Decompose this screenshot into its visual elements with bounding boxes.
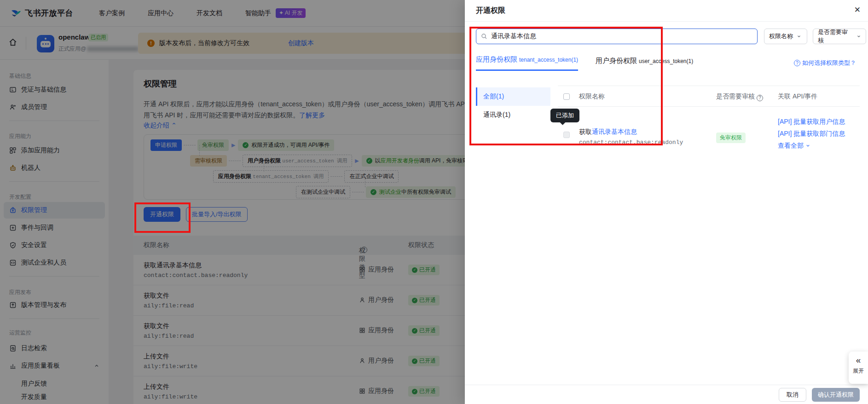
divider bbox=[465, 21, 868, 22]
permission-name: 获取通讯录基本信息 bbox=[579, 128, 637, 136]
permission-drawer: 开通权限 ✕ 权限名称 是否需要审核 应用身份权限tenant_access_t… bbox=[465, 0, 868, 404]
tab-tenant-access[interactable]: 应用身份权限tenant_access_token(1) bbox=[476, 55, 578, 71]
chevron-down-icon bbox=[856, 34, 861, 39]
tab-user-access[interactable]: 用户身份权限user_access_token(1) bbox=[596, 57, 693, 71]
select-all-checkbox[interactable] bbox=[563, 93, 570, 100]
category-contact[interactable]: 通讯录(1) bbox=[476, 106, 550, 124]
search-icon bbox=[480, 33, 488, 40]
cancel-button[interactable]: 取消 bbox=[779, 388, 806, 402]
help-permission-type-link[interactable]: ? 如何选择权限类型？ bbox=[794, 59, 856, 67]
expand-panel-button[interactable]: « 展开 bbox=[849, 352, 868, 384]
col-need-audit: 是否需要审核? bbox=[716, 92, 763, 101]
permission-code: contact:contact.base:readonly bbox=[579, 139, 683, 146]
added-tooltip: 已添加 bbox=[550, 109, 579, 122]
row-checkbox[interactable] bbox=[563, 132, 570, 138]
permission-row: 获取通讯录基本信息 contact:contact.base:readonly … bbox=[558, 107, 860, 156]
no-audit-badge: 免审权限 bbox=[716, 133, 746, 143]
api-link-users[interactable]: [API] 批量获取用户信息 bbox=[778, 118, 845, 126]
chevron-down-icon bbox=[797, 34, 801, 39]
drawer-footer: 取消 确认开通权限 bbox=[465, 385, 868, 404]
question-icon: ? bbox=[794, 60, 800, 66]
help-icon[interactable]: ? bbox=[757, 95, 763, 101]
double-chevron-left-icon: « bbox=[849, 355, 868, 365]
drawer-table-header: 权限名称 是否需要审核? 关联 API/事件 bbox=[558, 86, 860, 107]
search-box bbox=[476, 29, 758, 44]
category-all[interactable]: 全部(1) bbox=[476, 87, 550, 106]
api-link-departments[interactable]: [API] 批量获取部门信息 bbox=[778, 130, 845, 138]
drawer-title: 开通权限 bbox=[476, 6, 505, 16]
view-all-link[interactable]: 查看全部 bbox=[778, 142, 810, 150]
filter-permission-name[interactable]: 权限名称 bbox=[764, 29, 807, 44]
category-list: 全部(1) 通讯录(1) bbox=[476, 87, 550, 124]
col-permission-name: 权限名称 bbox=[579, 92, 605, 101]
search-input[interactable] bbox=[491, 30, 749, 42]
chevron-down-icon bbox=[805, 143, 810, 148]
confirm-open-permission-button[interactable]: 确认开通权限 bbox=[812, 388, 860, 402]
filter-need-audit[interactable]: 是否需要审核 bbox=[813, 29, 866, 44]
col-related-api: 关联 API/事件 bbox=[778, 92, 817, 101]
close-icon[interactable]: ✕ bbox=[854, 5, 861, 15]
